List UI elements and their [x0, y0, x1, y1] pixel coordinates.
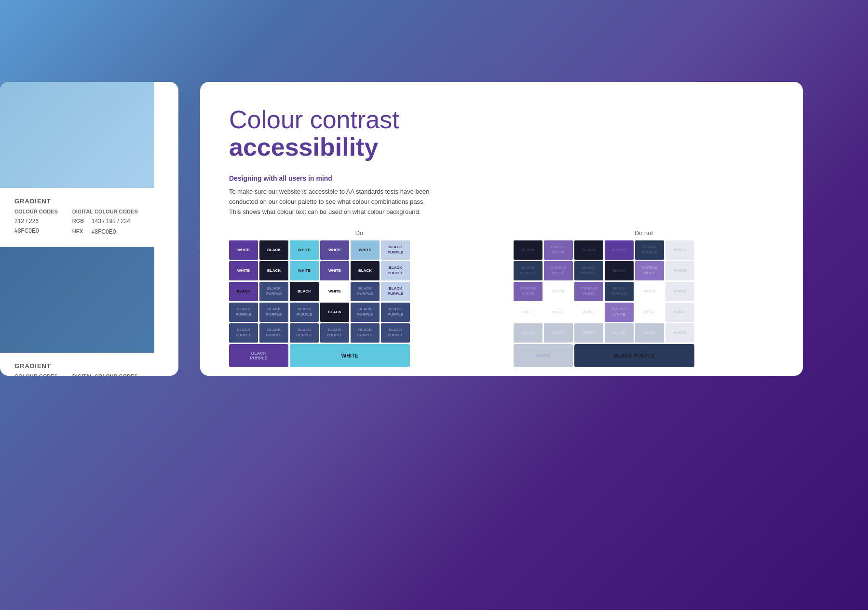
- colour-cell: BLACK: [605, 261, 634, 280]
- rgb-value-1: 212 / 226: [14, 216, 58, 226]
- left-card-content: GRADIENT COLOUR CODES 212 / 226 #8FC0E0 …: [0, 82, 178, 376]
- colour-cell: BLACK: [351, 261, 380, 280]
- bottom-left-cell: BLACKPURPLE: [229, 344, 288, 367]
- colour-cell: WHITE: [665, 282, 694, 301]
- colour-cell: BLACKPURPLE: [290, 323, 319, 343]
- colour-cell: WHITE: [635, 282, 664, 301]
- colour-cell: BLACK: [259, 240, 288, 260]
- colour-cell: BLACKPURPLE: [381, 240, 410, 260]
- colour-cell: WHITE: [320, 261, 349, 280]
- colour-cell: PURPLE: [605, 240, 634, 260]
- color-block-1-info: GRADIENT COLOUR CODES 212 / 226 #8FC0E0 …: [0, 188, 178, 247]
- page-title: Colour contrast accessibility: [229, 106, 774, 161]
- colour-cell: BLACK: [320, 303, 349, 322]
- colour-cell: WHITE: [635, 323, 664, 343]
- bottom-right-cell: WHITE: [290, 344, 410, 367]
- colour-codes-label-1: COLOUR CODES: [14, 209, 58, 214]
- colour-cell: BLACKPURPLE: [351, 323, 380, 343]
- colour-cell: WHITE: [665, 261, 694, 280]
- do-title: Do: [229, 229, 489, 237]
- colour-cell: WHITE: [290, 261, 319, 280]
- digital-hex-value-1: #8FC0E0: [92, 227, 116, 238]
- gradient-label-1: GRADIENT: [14, 198, 164, 205]
- colour-cell: BLACKPURPLE: [290, 303, 319, 322]
- print-codes-2: COLOUR CODES 89 / 112 #406C9B: [14, 373, 58, 376]
- colour-cell: BLACKPURPLE: [381, 261, 410, 280]
- colour-cell: WHITE: [229, 261, 258, 280]
- digital-rgb-value-1: 143 / 192 / 224: [92, 216, 130, 227]
- hex-label-1: HEX: [72, 227, 87, 238]
- colour-cell: WHITE: [351, 240, 380, 260]
- do-grid: WHITEBLACKWHITEWHITEWHITEBLACKPURPLEWHIT…: [229, 240, 489, 367]
- colour-cell: WHITE: [544, 303, 573, 322]
- hex-value-1: #8FC0E0: [14, 226, 58, 236]
- colour-cell: WHITE: [514, 303, 542, 322]
- bottom-left-cell: WHITE: [514, 344, 573, 367]
- colour-cell: PURPLEWHITE: [544, 261, 573, 280]
- colour-matrix-grid: WHITEBLACKWHITEWHITEWHITEBLACKPURPLEWHIT…: [229, 240, 489, 367]
- bottom-right-cell: BLACK PURPLE: [574, 344, 694, 367]
- colour-cell: BLACKPURPLE: [381, 303, 410, 322]
- colour-cell: BLACKPURPLE: [605, 282, 634, 301]
- rgb-label-1: RGB: [72, 216, 87, 227]
- colour-cell: BLACKPURPLE: [259, 323, 288, 343]
- colour-cell: BLACKPURPLE: [514, 261, 542, 280]
- colour-cell: BLACKPURPLE: [259, 303, 288, 322]
- colour-cell: BLACKPURPLE: [229, 323, 258, 343]
- colour-cell: BLACKPURPLE: [351, 282, 380, 301]
- colour-cell: WHITE: [635, 303, 664, 322]
- colour-cell: PURPLEWHITE: [574, 282, 603, 301]
- colour-cell: WHITE: [665, 240, 694, 260]
- colour-matrix-grid: BLACKPURPLEWHITEBLACKPURPLEBLACKPURPLEWH…: [514, 240, 774, 367]
- colour-cell: BLACKPURPLE: [574, 261, 603, 280]
- colour-cell: WHITE: [320, 282, 349, 301]
- main-card: Colour contrast accessibility Designing …: [200, 82, 803, 376]
- print-codes-1: COLOUR CODES 212 / 226 #8FC0E0: [14, 209, 58, 237]
- donot-section: Do not BLACKPURPLEWHITEBLACKPURPLEBLACKP…: [514, 229, 774, 367]
- colour-cell: WHITE: [514, 323, 542, 343]
- colour-cell: BLACK: [290, 282, 319, 301]
- colour-cell: WHITE: [574, 323, 603, 343]
- colour-cell: BLACKPURPLE: [635, 240, 664, 260]
- colour-codes-label-2: COLOUR CODES: [14, 373, 58, 376]
- digital-codes-1: DIGITAL COLOUR CODES RGB 143 / 192 / 224…: [72, 209, 138, 237]
- colour-codes-1: COLOUR CODES 212 / 226 #8FC0E0 DIGITAL C…: [14, 209, 164, 237]
- colour-cell: PURPLEWHITE: [605, 303, 634, 322]
- colour-cell: PURPLEWHITE: [635, 261, 664, 280]
- colour-cell: BLACKPURPLE: [259, 282, 288, 301]
- colour-cell: BLACKPURPLE: [351, 303, 380, 322]
- colour-cell: WHITE: [574, 303, 603, 322]
- colour-cell: WHITE: [544, 323, 573, 343]
- gradient-label-2: GRADIENT: [14, 362, 164, 370]
- colour-cell: WHITE: [320, 240, 349, 260]
- colour-cell: BLACK: [514, 240, 542, 260]
- colour-cell: PURPLEWHITE: [544, 240, 573, 260]
- colour-cell: WHITE: [229, 240, 258, 260]
- colour-cell: BLACKPURPLE: [229, 303, 258, 322]
- colour-cell: BLACKPURPLE: [320, 323, 349, 343]
- colour-cell: BLACK: [259, 261, 288, 280]
- color-block-1: [0, 82, 154, 188]
- digital-codes-label-2: DIGITAL COLOUR CODES: [72, 373, 138, 376]
- colour-cell: WHITE: [605, 323, 634, 343]
- colour-cell: WHITE: [665, 303, 694, 322]
- colour-codes-2: COLOUR CODES 89 / 112 #406C9B DIGITAL CO…: [14, 373, 164, 376]
- tables-container: Do WHITEBLACKWHITEWHITEWHITEBLACKPURPLEW…: [229, 229, 774, 367]
- digital-codes-2: DIGITAL COLOUR CODES RGB 64 / 108 / 155 …: [72, 373, 138, 376]
- donot-title: Do not: [514, 229, 774, 237]
- section-body: To make sure our website is accessible t…: [229, 187, 432, 217]
- section-subtitle: Designing with all users in mind: [229, 174, 774, 182]
- colour-cell: BLACKPURPLE: [381, 282, 410, 301]
- color-block-2-info: GRADIENT COLOUR CODES 89 / 112 #406C9B D…: [0, 353, 178, 376]
- colour-cell: WHITE: [290, 240, 319, 260]
- colour-cell: WHITE: [665, 323, 694, 343]
- donot-grid: BLACKPURPLEWHITEBLACKPURPLEBLACKPURPLEWH…: [514, 240, 774, 367]
- colour-cell: PURPLEWHITE: [514, 282, 542, 301]
- do-section: Do WHITEBLACKWHITEWHITEWHITEBLACKPURPLEW…: [229, 229, 489, 367]
- colour-cell: WHITE: [544, 282, 573, 301]
- colour-cell: BLACK: [574, 240, 603, 260]
- colour-cell: BLACKPURPLE: [381, 323, 410, 343]
- colour-cell: BLACK: [229, 282, 258, 301]
- left-card: GRADIENT COLOUR CODES 212 / 226 #8FC0E0 …: [0, 82, 178, 376]
- digital-codes-label-1: DIGITAL COLOUR CODES: [72, 209, 138, 214]
